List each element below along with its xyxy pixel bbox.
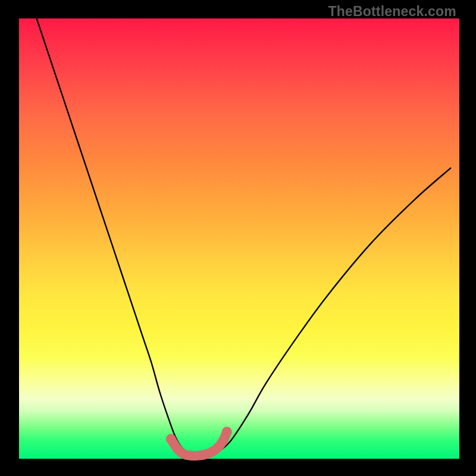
chart-stage: TheBottleneck.com (0, 0, 476, 476)
highlight-dot (218, 436, 228, 446)
flat-bottom-highlight (171, 432, 227, 456)
chart-svg-layer (0, 0, 476, 476)
bottleneck-curve (37, 18, 451, 456)
highlight-dot (166, 434, 176, 444)
highlight-dot (222, 427, 232, 437)
